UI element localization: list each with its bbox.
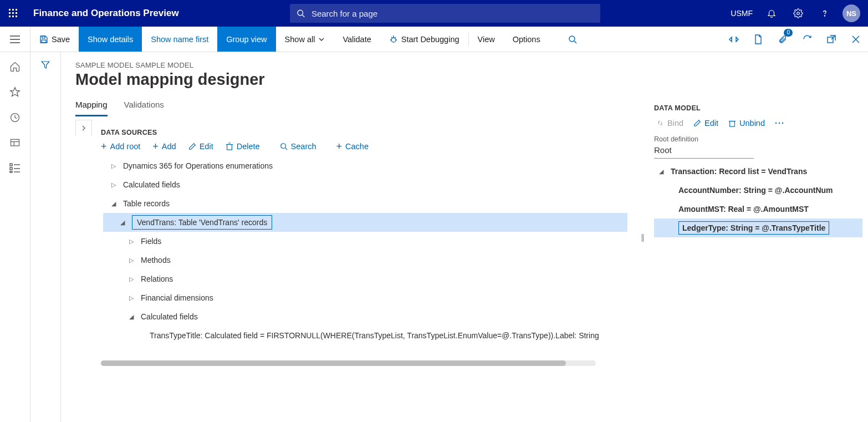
start-debugging-button[interactable]: Start Debugging <box>380 27 468 52</box>
show-name-first-button[interactable]: Show name first <box>142 27 217 52</box>
svg-point-24 <box>569 36 575 42</box>
tree-node-financial-dimensions[interactable]: ▷Financial dimensions <box>103 288 627 307</box>
waffle-icon[interactable] <box>0 0 27 27</box>
close-icon[interactable] <box>844 27 868 52</box>
search-button[interactable]: Search <box>280 142 316 151</box>
tree-node-vendtrans[interactable]: ◢VendTrans: Table 'VendTrans' records <box>103 213 627 232</box>
left-rail <box>0 52 30 422</box>
add-button[interactable]: +Add <box>152 142 176 151</box>
link-icon <box>656 119 664 127</box>
hamburger-icon[interactable] <box>0 27 30 52</box>
tree-node-relations[interactable]: ▷Relations <box>103 270 627 288</box>
search-label: Search <box>291 142 316 151</box>
collapse-types-panel[interactable] <box>75 120 92 135</box>
unbind-button[interactable]: Unbind <box>728 119 765 128</box>
filter-icon[interactable] <box>40 60 50 422</box>
tab-mapping[interactable]: Mapping <box>75 96 108 116</box>
attachment-icon[interactable]: 0 <box>770 27 795 52</box>
delete-label: Delete <box>237 142 260 151</box>
company-code[interactable]: USMF <box>731 9 757 18</box>
svg-rect-17 <box>42 40 46 43</box>
svg-line-48 <box>285 148 287 150</box>
tree-node-transtype[interactable]: TransTypeTitle: Calculated field = FIRST… <box>103 326 627 345</box>
tab-validations[interactable]: Validations <box>124 96 164 116</box>
svg-rect-49 <box>730 121 735 127</box>
help-icon[interactable] <box>813 0 837 27</box>
search-box[interactable] <box>290 4 600 23</box>
add-root-button[interactable]: +Add root <box>101 142 140 151</box>
tree-node-methods[interactable]: ▷Methods <box>103 251 627 270</box>
delete-button[interactable]: Delete <box>226 142 260 151</box>
link-icon[interactable] <box>722 27 746 52</box>
recent-icon[interactable] <box>9 112 21 123</box>
debug-icon <box>389 35 398 44</box>
dm-edit-button[interactable]: Edit <box>693 119 718 128</box>
svg-rect-8 <box>16 16 17 17</box>
gear-icon[interactable] <box>786 0 810 27</box>
tree-node-calc-fields-sub[interactable]: ◢Calculated fields <box>103 307 627 326</box>
view-button[interactable]: View <box>469 27 504 52</box>
modules-icon[interactable] <box>9 163 21 173</box>
tree-node-calculated-fields[interactable]: ▷Calculated fields <box>103 175 627 194</box>
edit-button[interactable]: Edit <box>188 142 213 151</box>
svg-rect-6 <box>9 16 11 17</box>
svg-rect-4 <box>12 12 14 14</box>
search-icon <box>297 9 305 18</box>
dm-node-transaction[interactable]: ◢Transaction: Record list = VendTrans <box>654 162 862 181</box>
popout-icon[interactable] <box>819 27 844 52</box>
options-button[interactable]: Options <box>504 27 549 52</box>
home-icon[interactable] <box>9 61 21 72</box>
document-icon[interactable] <box>746 27 770 52</box>
search-icon <box>280 143 288 150</box>
dm-edit-label: Edit <box>704 119 718 128</box>
dm-node-ledger[interactable]: LedgerType: String = @.TransTypeTitle <box>654 218 862 237</box>
svg-rect-34 <box>11 139 19 146</box>
dm-node-account[interactable]: AccountNumber: String = @.AccountNum <box>654 181 862 200</box>
breadcrumb: SAMPLE MODEL SAMPLE MODEL <box>75 61 627 69</box>
root-definition-value[interactable]: Root <box>654 143 754 159</box>
dm-node-amount[interactable]: AmountMST: Real = @.AmountMST <box>654 200 862 218</box>
svg-marker-27 <box>736 37 738 42</box>
refresh-icon[interactable] <box>795 27 819 52</box>
favorite-icon[interactable] <box>9 87 21 98</box>
workspace-icon[interactable] <box>9 138 21 149</box>
data-sources-header: DATA SOURCES <box>101 129 627 136</box>
group-view-button[interactable]: Group view <box>217 27 275 52</box>
trash-icon <box>728 119 736 127</box>
bell-icon[interactable] <box>759 0 784 27</box>
unbind-label: Unbind <box>739 119 765 128</box>
svg-line-25 <box>574 41 576 43</box>
svg-rect-5 <box>16 12 17 14</box>
svg-rect-2 <box>16 9 17 11</box>
save-label: Save <box>52 35 70 44</box>
show-details-button[interactable]: Show details <box>79 27 142 52</box>
validate-button[interactable]: Validate <box>334 27 380 52</box>
splitter-handle[interactable]: ‖ <box>639 52 646 422</box>
user-avatar[interactable]: NS <box>839 0 864 27</box>
save-button[interactable]: Save <box>30 27 79 52</box>
tree-node-enumerations[interactable]: ▷Dynamics 365 for Operations enumeration… <box>103 156 627 175</box>
pencil-icon <box>188 143 196 150</box>
svg-marker-32 <box>11 88 20 96</box>
svg-marker-26 <box>729 37 732 42</box>
start-debugging-label: Start Debugging <box>401 35 459 44</box>
svg-rect-37 <box>10 164 12 166</box>
chevron-down-icon <box>318 36 325 43</box>
search-input[interactable] <box>310 8 594 19</box>
tree-node-table-records[interactable]: ◢Table records <box>103 194 627 213</box>
svg-rect-39 <box>10 171 12 172</box>
svg-rect-38 <box>10 167 12 170</box>
command-bar: Save Show details Show name first Group … <box>0 27 868 52</box>
attachment-badge: 0 <box>784 29 793 37</box>
svg-rect-1 <box>12 9 14 11</box>
pencil-icon <box>693 119 701 127</box>
svg-point-47 <box>280 144 285 149</box>
bind-button: Bind <box>656 119 683 128</box>
show-all-label: Show all <box>285 35 315 44</box>
horizontal-scrollbar[interactable] <box>101 360 596 366</box>
show-all-button[interactable]: Show all <box>276 27 334 52</box>
find-icon[interactable] <box>560 27 585 52</box>
tree-node-fields[interactable]: ▷Fields <box>103 232 627 251</box>
more-actions-icon[interactable]: ··· <box>775 119 785 128</box>
cache-button[interactable]: +Cache <box>336 142 369 151</box>
